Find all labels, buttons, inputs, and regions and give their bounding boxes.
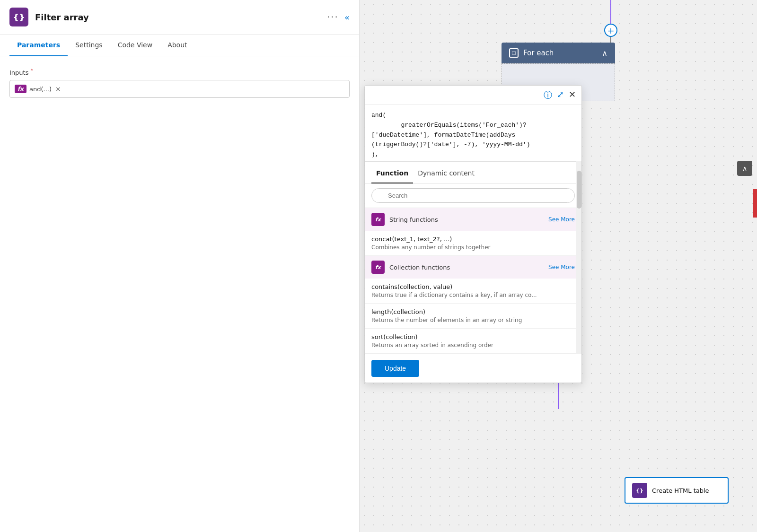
panel-header: {} Filter array ··· «: [0, 0, 359, 35]
tab-code-view[interactable]: Code View: [110, 35, 160, 56]
left-panel: {} Filter array ··· « Parameters Setting…: [0, 0, 360, 532]
create-html-label: Create HTML table: [652, 487, 709, 494]
create-html-icon: {}: [632, 483, 647, 498]
inputs-field[interactable]: fx and(...) ×: [9, 80, 350, 98]
concat-name: concat(text_1, text_2?, ...): [371, 235, 575, 243]
scrollbar-track[interactable]: [576, 161, 581, 354]
collection-functions-title: Collection functions: [389, 264, 544, 271]
expr-search-container: 🔍: [365, 183, 581, 208]
search-wrapper: 🔍: [371, 188, 575, 203]
contains-desc: Returns true if a dictionary contains a …: [371, 292, 575, 298]
flow-canvas: + ↓ ☐ For each ∧ + ∧ {} Create HTML tabl…: [360, 0, 757, 532]
length-function-item[interactable]: length(collection) Returns the number of…: [365, 304, 581, 329]
sort-function-item[interactable]: sort(collection) Returns an array sorted…: [365, 329, 581, 354]
contains-function-item[interactable]: contains(collection, value) Returns true…: [365, 279, 581, 304]
update-button[interactable]: Update: [371, 360, 419, 377]
length-desc: Returns the number of elements in an arr…: [371, 317, 575, 323]
for-each-collapse-button[interactable]: ∧: [602, 49, 607, 58]
concat-desc: Combines any number of strings together: [371, 244, 575, 251]
panel-content: Inputs * fx and(...) ×: [0, 56, 359, 532]
expr-tab-function[interactable]: Function: [371, 164, 413, 183]
inputs-value: and(...): [29, 86, 52, 93]
expr-tabs: Function Dynamic content: [365, 164, 581, 183]
collapse-panel-button[interactable]: «: [344, 12, 350, 22]
fx-badge: fx: [15, 85, 26, 93]
expression-editor: ⓘ ⤢ ✕ and( greaterOrEquals(items('For_ea…: [364, 85, 582, 383]
string-functions-section: fx String functions See More: [365, 208, 581, 231]
expr-toolbar: ⓘ ⤢ ✕: [365, 86, 581, 105]
length-name: length(collection): [371, 308, 575, 315]
string-functions-see-more[interactable]: See More: [548, 216, 575, 223]
sort-desc: Returns an array sorted in ascending ord…: [371, 342, 575, 349]
expression-textarea[interactable]: and( greaterOrEquals(items('For_each')? …: [365, 105, 581, 162]
create-html-table-node[interactable]: {} Create HTML table: [625, 477, 729, 504]
collection-functions-icon: fx: [371, 261, 385, 274]
string-functions-icon: fx: [371, 213, 385, 226]
contains-name: contains(collection, value): [371, 283, 575, 290]
collection-functions-section: fx Collection functions See More: [365, 256, 581, 279]
panel-tabs: Parameters Settings Code View About: [0, 35, 359, 56]
tab-parameters[interactable]: Parameters: [9, 35, 68, 56]
for-each-header[interactable]: ☐ For each ∧: [502, 43, 615, 63]
expr-tab-dynamic-content[interactable]: Dynamic content: [413, 164, 479, 183]
tab-about[interactable]: About: [160, 35, 194, 56]
expr-close-button[interactable]: ✕: [569, 89, 576, 101]
collection-functions-see-more[interactable]: See More: [548, 264, 575, 270]
header-actions: ··· «: [327, 11, 350, 23]
tab-settings[interactable]: Settings: [68, 35, 110, 56]
inputs-label: Inputs *: [9, 68, 350, 76]
add-step-button-top[interactable]: +: [604, 24, 617, 37]
panel-title: Filter array: [35, 12, 320, 22]
filter-array-icon: {}: [9, 8, 28, 26]
expr-search-input[interactable]: [371, 188, 575, 203]
inputs-clear-button[interactable]: ×: [55, 85, 61, 93]
expr-footer: Update: [365, 354, 581, 383]
error-indicator: [753, 189, 757, 218]
string-functions-title: String functions: [389, 216, 544, 223]
concat-function-item[interactable]: concat(text_1, text_2?, ...) Combines an…: [365, 231, 581, 256]
for-each-icon: ☐: [509, 48, 519, 58]
expr-info-button[interactable]: ⓘ: [544, 89, 552, 101]
for-each-label: For each: [523, 49, 554, 57]
expr-expand-button[interactable]: ⤢: [557, 89, 564, 101]
collapse-flow-button[interactable]: ∧: [737, 161, 752, 176]
scrollbar-thumb[interactable]: [577, 171, 581, 209]
expr-function-list: fx String functions See More concat(text…: [365, 208, 581, 354]
more-options-button[interactable]: ···: [327, 11, 339, 23]
sort-name: sort(collection): [371, 333, 575, 340]
